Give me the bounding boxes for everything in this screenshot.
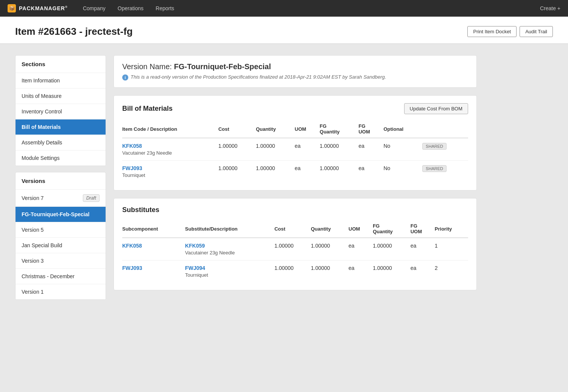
sub-cell-fg-qty-0: 1.00000 [373,238,411,260]
versions-card: Versions Version 7 Draft FG-Tourniquet-F… [15,172,106,300]
bom-card-header: Bill of Materials Update Cost From BOM [122,103,468,114]
bom-title: Bill of Materials [122,105,173,113]
sub-cell-priority-0: 1 [435,238,468,260]
page-title: Item #261663 - jrectest-fg [15,26,133,37]
bom-col-uom: UOM [295,120,320,138]
logo-icon: 📦 [8,4,16,12]
nav-operations[interactable]: Operations [118,5,143,11]
bom-cell-optional-1: No [383,161,422,183]
sub-cell-uom-1: ea [349,260,373,283]
sections-title: Sections [16,56,106,73]
bom-item-link-fwj093[interactable]: FWJ093 [122,165,215,171]
sub-cell-subcomponent-0: KFK058 [122,238,185,260]
sidebar-item-units-of-measure[interactable]: Units of Measure [16,88,106,104]
substitutes-card-header: Substitutes [122,206,468,214]
main-content: Sections Item Information Units of Measu… [0,44,492,317]
sub-col-subcomponent: Subcomponent [122,220,185,238]
bom-col-badge-placeholder [422,120,468,138]
sidebar-item-christmas-december[interactable]: Christmas - December [16,269,106,284]
bom-cell-fg-uom-0: ea [358,138,383,161]
bom-row-1: FWJ093 Tourniquet 1.00000 1.00000 ea 1.0… [122,161,468,183]
sub-substitute-desc-1: Tourniquet [185,272,208,278]
audit-trail-button[interactable]: Audit Trail [520,26,553,37]
sidebar-item-version-3[interactable]: Version 3 [16,253,106,269]
sub-subcomponent-link-fwj093[interactable]: FWJ093 [122,265,181,271]
sub-cell-quantity-1: 1.00000 [311,260,349,283]
sidebar-item-module-settings[interactable]: Module Settings [16,150,106,166]
bom-col-item-code: Item Code / Description [122,120,218,138]
sidebar-item-version-1[interactable]: Version 1 [16,284,106,299]
sub-substitute-desc-0: Vacutainer 23g Needle [185,250,235,256]
sub-col-uom: UOM [349,220,373,238]
nav-create[interactable]: Create + [540,5,560,11]
version-7-label: Version 7 [22,195,44,201]
bom-item-desc-1: Tourniquet [122,172,145,178]
sub-cell-substitute-0: KFK059 Vacutainer 23g Needle [185,238,274,260]
bom-item-desc-0: Vacutainer 23g Needle [122,150,172,156]
sidebar-item-fg-tourniquet-feb-special[interactable]: FG-Tourniquet-Feb-Special [16,207,106,222]
bom-cell-cost-1: 1.00000 [218,161,256,183]
sub-cell-uom-0: ea [349,238,373,260]
sub-cell-cost-0: 1.00000 [274,238,311,260]
logo-text: PACKMANAGER® [19,5,68,11]
sub-substitute-link-kfk059[interactable]: KFK059 [185,243,271,249]
versions-title: Versions [16,172,106,190]
sub-col-cost: Cost [274,220,311,238]
substitutes-table: Subcomponent Substitute/Description Cost… [122,220,468,282]
sidebar-item-assembly-details[interactable]: Assembly Details [16,135,106,150]
bom-cell-quantity-1: 1.00000 [256,161,295,183]
bom-cell-item-1: FWJ093 Tourniquet [122,161,218,183]
sub-col-substitute: Substitute/Description [185,220,274,238]
sidebar-item-inventory-control[interactable]: Inventory Control [16,104,106,119]
nav-links: Company Operations Reports [83,5,540,11]
logo[interactable]: 📦 PACKMANAGER® [8,4,68,12]
sub-cell-cost-1: 1.00000 [274,260,311,283]
update-cost-from-bom-button[interactable]: Update Cost From BOM [404,103,468,114]
sidebar-item-item-information[interactable]: Item Information [16,73,106,88]
header-actions: Print Item Docket Audit Trail [467,26,553,37]
sidebar-item-version-7[interactable]: Version 7 Draft [16,190,106,207]
sub-row-1: FWJ093 FWJ094 Tourniquet 1.00000 1.00000… [122,260,468,283]
info-icon: i [122,74,128,81]
sidebar-item-jan-special-build[interactable]: Jan Special Build [16,238,106,253]
sub-cell-fg-qty-1: 1.00000 [373,260,411,283]
sub-row-0: KFK058 KFK059 Vacutainer 23g Needle 1.00… [122,238,468,260]
sub-col-quantity: Quantity [311,220,349,238]
bom-row-0: KFK058 Vacutainer 23g Needle 1.00000 1.0… [122,138,468,161]
bom-col-cost: Cost [218,120,256,138]
shared-badge-0: SHARED [422,143,447,150]
version-name: Version Name: FG-Tourniquet-Feb-Special [122,62,468,71]
substitutes-card: Substitutes Subcomponent Substitute/Desc… [114,198,477,290]
bom-col-fg-uom: FGUOM [358,120,383,138]
bom-item-link-kfk058[interactable]: KFK058 [122,143,215,149]
print-item-docket-button[interactable]: Print Item Docket [467,26,517,37]
sub-col-fg-quantity: FGQuantity [373,220,411,238]
bom-cell-item-0: KFK058 Vacutainer 23g Needle [122,138,218,161]
bom-col-quantity: Quantity [256,120,295,138]
sub-subcomponent-link-kfk058[interactable]: KFK058 [122,243,181,249]
sidebar: Sections Item Information Units of Measu… [15,55,106,306]
sub-cell-fg-uom-0: ea [411,238,435,260]
bom-cell-fg-uom-1: ea [358,161,383,183]
sidebar-item-bill-of-materials[interactable]: Bill of Materials [16,119,106,135]
bom-cell-uom-1: ea [295,161,320,183]
bom-cell-cost-0: 1.00000 [218,138,256,161]
bom-cell-badge-1: SHARED [422,161,468,183]
shared-badge-1: SHARED [422,165,447,172]
sub-col-fg-uom: FGUOM [411,220,435,238]
sub-substitute-link-fwj094[interactable]: FWJ094 [185,265,271,271]
content-area: Version Name: FG-Tourniquet-Feb-Special … [114,55,477,306]
bom-col-fg-quantity: FGQuantity [320,120,359,138]
version-banner: Version Name: FG-Tourniquet-Feb-Special … [114,55,477,88]
bom-cell-quantity-0: 1.00000 [256,138,295,161]
page-header: Item #261663 - jrectest-fg Print Item Do… [0,17,568,44]
bom-table: Item Code / Description Cost Quantity UO… [122,120,468,183]
sub-cell-priority-1: 2 [435,260,468,283]
nav-company[interactable]: Company [83,5,106,11]
sub-cell-fg-uom-1: ea [411,260,435,283]
sidebar-item-version-5[interactable]: Version 5 [16,222,106,238]
nav-reports[interactable]: Reports [156,5,174,11]
sub-cell-quantity-0: 1.00000 [311,238,349,260]
sub-cell-substitute-1: FWJ094 Tourniquet [185,260,274,283]
sections-card: Sections Item Information Units of Measu… [15,55,106,166]
